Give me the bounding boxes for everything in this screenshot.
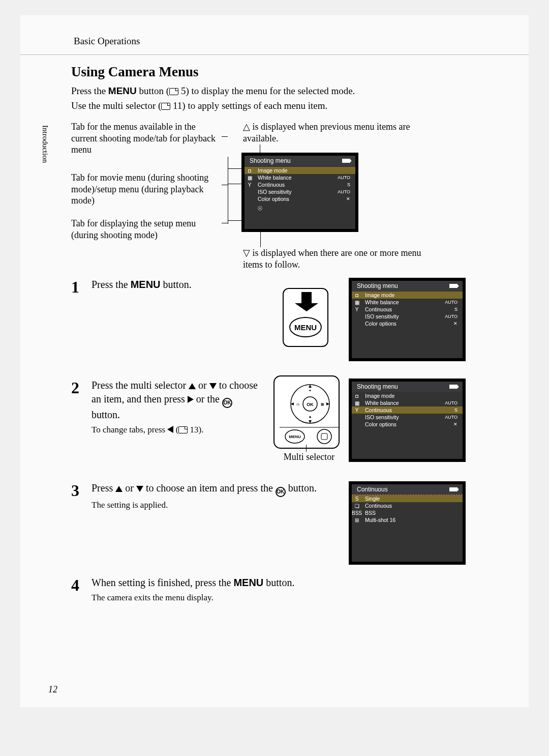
battery-icon [449,284,458,288]
page-ref-icon [169,88,178,95]
left-arrow-icon [167,426,173,433]
menu-row: ❏Continuous [352,502,463,509]
menu-row: ◘Image mode [352,292,463,299]
tab-icon: Y [352,307,362,312]
step-number-4: 4 [71,576,92,603]
camera-screen-step2: Shooting menu ◘Image mode▦White balanceA… [349,379,466,462]
menu-row-label: Continuous [362,407,454,413]
header-section: Basic Operations [74,36,493,47]
up-arrow-icon [189,383,196,389]
svg-text:◷: ◷ [296,402,299,406]
menu-row-label: ISO sensitivity [255,189,338,195]
tab-icon: S [352,496,362,502]
menu-row-label: Continuous [362,503,460,509]
tab-icon: ◘ [352,393,362,399]
menu-row: Color options✕ [245,195,355,202]
chapter-side-tab: Introduction [41,125,49,163]
battery-icon [449,385,458,389]
menu-row-value: AUTO [445,314,460,319]
menu-row: ISO sensitivityAUTO [352,414,463,421]
screen-title: Shooting menu [357,383,398,390]
page-ref-icon [178,426,188,433]
annotation-tab-setup: Tab for displaying the setup menu (durin… [71,218,224,241]
menu-row: YContinuousS [352,306,463,313]
screen-title: Continuous [357,486,388,493]
menu-row-value: AUTO [445,415,460,420]
menu-word-icon: MENU [233,577,263,588]
step-2-title: Press the multi selector or to choose an… [92,379,259,422]
svg-text:✦: ✦ [309,389,312,393]
menu-row-label: Continuous [362,306,454,312]
step-3-title: Press or to choose an item and press the… [92,481,351,497]
menu-row-value: ✕ [453,321,460,326]
menu-row-value: S [454,408,460,413]
menu-row-label: Image mode [362,292,458,298]
menu-row-label: BSS [362,510,460,516]
menu-row-value: ✕ [453,422,460,427]
menu-row-label: Color options [362,321,453,327]
menu-word-icon: MENU [108,85,137,96]
menu-row: ◘Image mode [245,167,355,174]
menu-row-label: Continuous [255,182,347,188]
menu-row-label: Image mode [255,167,350,173]
tab-icon: BSS [352,510,362,516]
screen-header: Continuous [352,484,463,495]
menu-row: ▦White balanceAUTO [352,399,463,406]
tab-icon: ▦ [245,175,255,181]
menu-row-value: AUTO [445,300,460,305]
scroll-down-icon [258,206,262,211]
ok-button-icon: OK [222,398,232,408]
screen-header: Shooting menu [352,382,463,392]
annotation-next-indicator: ▽ is displayed when there are one or mor… [243,247,426,271]
menu-word-icon: MENU [131,279,161,290]
menu-button-illustration: MENU [283,288,328,347]
tab-icon: ▦ [352,400,362,406]
screen-header: Shooting menu [352,281,463,291]
tab-icon: ▦ [352,300,362,305]
tab-icon: ◘ [352,293,362,298]
step-4-title: When setting is finished, press the MENU… [92,576,493,590]
camera-screen-step1: Shooting menu ◘Image mode▦White balanceA… [349,278,466,361]
menu-button-oval: MENU [289,317,322,337]
menu-row: ⊞Multi-shot 16 [352,516,463,524]
menu-row-label: Color options [362,421,453,427]
step-number-3: 3 [71,481,92,573]
screen-header: Shooting menu [245,156,355,166]
menu-row-label: Color options [255,196,346,202]
page-ref-icon [161,103,170,110]
menu-row-value: AUTO [338,189,352,194]
menu-row: Color options✕ [352,421,463,428]
menu-row-value: S [347,182,352,187]
page-number: 12 [48,684,57,695]
camera-screen-step3: Continuous SSingle❏ContinuousBSSBSS⊞Mult… [349,481,466,565]
menu-row-value: AUTO [445,400,460,405]
svg-text:OK: OK [307,402,314,407]
menu-row: ISO sensitivityAUTO [245,188,355,195]
down-arrow-icon [209,383,217,389]
menu-row-value: AUTO [338,175,352,180]
menu-row: Color options✕ [352,320,463,327]
down-arrow-icon [136,486,143,492]
ok-button-icon: OK [276,487,286,497]
menu-row-label: White balance [255,175,338,181]
step-4-note: The camera exits the menu display. [92,593,493,603]
menu-row-label: White balance [362,299,445,305]
battery-icon [449,487,458,491]
intro-text: Press the MENU button ( 5) to display th… [71,84,493,113]
svg-text:♣: ♣ [309,415,312,419]
step-number-1: 1 [71,278,92,369]
menu-row: YContinuousS [245,181,355,188]
menu-row-label: ISO sensitivity [362,414,445,420]
menu-row-value: ✕ [346,196,352,201]
tab-icon: ❏ [352,503,362,509]
right-arrow-icon [188,396,194,403]
camera-screen-main: Shooting menu ◘Image mode▦White balanceA… [241,153,358,232]
menu-row-label: Single [362,496,460,502]
camera-back-illustration: OK ✦ ◷ ▦ ♣ MENU [273,375,340,449]
menu-row: YContinuousS [352,406,463,414]
section-title: Using Camera Menus [71,64,493,80]
menu-row-label: Image mode [362,393,458,399]
step-number-2: 2 [71,379,92,475]
menu-row: BSSBSS [352,509,463,516]
tab-icon: Y [245,182,255,188]
